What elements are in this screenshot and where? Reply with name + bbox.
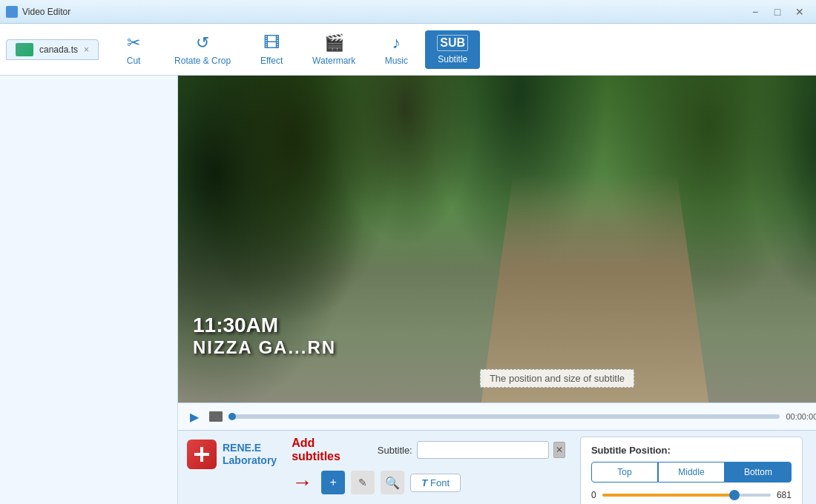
font-button[interactable]: T Font xyxy=(410,474,461,492)
add-subtitles-section: Add subtitles Subtitle: ✕ → + ✎ 🔍 xyxy=(292,437,565,494)
add-icon: + xyxy=(329,476,336,489)
position-top-button[interactable]: Top xyxy=(591,462,658,483)
position-middle-button[interactable]: Middle xyxy=(658,462,725,483)
clear-input-button[interactable]: ✕ xyxy=(553,442,565,458)
tab-music[interactable]: ♪ Music xyxy=(370,29,422,70)
logo-svg xyxy=(193,445,211,463)
tab-music-label: Music xyxy=(385,56,408,66)
slider-max-label: 681 xyxy=(777,490,792,500)
title-bar: Video Editor − □ ✕ xyxy=(0,0,816,24)
stop-button[interactable] xyxy=(209,411,223,422)
app-icon xyxy=(6,6,18,18)
file-thumb xyxy=(16,43,33,56)
slider-min-label: 0 xyxy=(591,490,596,500)
video-area: 11:30AM NIZZA GA...RN The position and s… xyxy=(178,76,816,504)
logo-line2: Laboratory xyxy=(223,454,277,467)
position-slider[interactable] xyxy=(602,494,771,497)
subtitle-field-label: Subtitle: xyxy=(378,445,412,456)
progress-bar[interactable] xyxy=(228,414,780,419)
current-time: 00:00:00.000 xyxy=(786,412,816,421)
maximize-button[interactable]: □ xyxy=(767,4,788,20)
tab-watermark-label: Watermark xyxy=(312,56,355,66)
subtitle-input[interactable] xyxy=(417,441,549,459)
logo-text: RENE.E Laboratory xyxy=(223,442,277,467)
subtitle-location: NIZZA GA...RN xyxy=(193,337,336,358)
arrow-indicator: → xyxy=(292,471,312,494)
tab-subtitle[interactable]: SUB Subtitle xyxy=(425,30,480,69)
subtitle-time: 11:30AM xyxy=(193,314,278,337)
subtitle-overlay: 11:30AM NIZZA GA...RN xyxy=(178,314,816,358)
tab-effect-label: Effect xyxy=(260,56,283,66)
font-label: Font xyxy=(430,477,450,488)
file-tab-close[interactable]: × xyxy=(84,44,89,55)
effect-icon: 🎞 xyxy=(263,33,280,53)
subtitle-icon: SUB xyxy=(437,35,468,51)
rotate-icon: ↺ xyxy=(196,33,209,53)
bottom-panel: RENE.E Laboratory Add subtitles Subtitle… xyxy=(178,430,816,504)
position-bottom-button[interactable]: Bottom xyxy=(725,462,792,483)
close-button[interactable]: ✕ xyxy=(789,4,810,20)
app-title: Video Editor xyxy=(22,7,70,17)
playback-controls: ▶ 00:00:00.000 📷 🔊 00:00:49.025 xyxy=(185,408,816,425)
watermark-icon: 🎬 xyxy=(324,33,344,53)
subtitle-hint[interactable]: The position and size of subtitle xyxy=(480,369,634,388)
subtitle-position-section: Subtitle Position: Top Middle Bottom 0 6… xyxy=(580,437,803,504)
logo-line1: RENE.E xyxy=(223,442,277,454)
tab-effect[interactable]: 🎞 Effect xyxy=(246,29,297,70)
search-icon: 🔍 xyxy=(385,476,400,490)
window-controls: − □ ✕ xyxy=(745,4,810,20)
svg-rect-1 xyxy=(200,447,203,462)
edit-subtitle-button[interactable]: ✎ xyxy=(351,471,375,494)
progress-thumb xyxy=(228,413,236,420)
tab-cut-label: Cut xyxy=(127,56,141,66)
search-subtitle-button[interactable]: 🔍 xyxy=(381,471,404,494)
main-content: 11:30AM NIZZA GA...RN The position and s… xyxy=(0,76,816,504)
file-tab[interactable]: canada.ts × xyxy=(6,39,99,60)
video-player[interactable]: 11:30AM NIZZA GA...RN The position and s… xyxy=(178,76,816,402)
play-button[interactable]: ▶ xyxy=(185,408,203,425)
font-icon: T xyxy=(421,477,427,488)
cut-icon: ✂ xyxy=(127,33,140,53)
position-title: Subtitle Position: xyxy=(591,445,792,456)
file-tab-name: canada.ts xyxy=(39,44,78,55)
slider-row: 0 681 xyxy=(591,490,792,500)
tab-watermark[interactable]: 🎬 Watermark xyxy=(300,29,367,70)
position-buttons: Top Middle Bottom xyxy=(591,462,792,483)
tab-rotate[interactable]: ↺ Rotate & Crop xyxy=(162,29,243,70)
subtitle-input-row: Add subtitles Subtitle: ✕ xyxy=(292,437,565,463)
edit-icon: ✎ xyxy=(358,477,367,488)
logo-icon xyxy=(187,440,217,469)
minimize-button[interactable]: − xyxy=(745,4,766,20)
tab-cut[interactable]: ✂ Cut xyxy=(108,29,159,70)
toolbar: canada.ts × ✂ Cut ↺ Rotate & Crop 🎞 Effe… xyxy=(0,24,816,76)
tab-subtitle-label: Subtitle xyxy=(438,54,467,64)
playback-bar: ▶ 00:00:00.000 📷 🔊 00:00:49.025 xyxy=(178,402,816,430)
add-subtitle-label: Add subtitles xyxy=(292,437,358,463)
add-subtitle-button[interactable]: + xyxy=(321,471,345,494)
tab-rotate-label: Rotate & Crop xyxy=(174,56,231,66)
subtitle-action-row: → + ✎ 🔍 T Font xyxy=(292,471,565,494)
bottom-left-area: RENE.E Laboratory xyxy=(187,437,277,472)
video-frame: 11:30AM NIZZA GA...RN The position and s… xyxy=(178,76,816,402)
logo-area: RENE.E Laboratory xyxy=(187,437,277,472)
music-icon: ♪ xyxy=(392,33,401,53)
left-panel xyxy=(0,76,178,504)
